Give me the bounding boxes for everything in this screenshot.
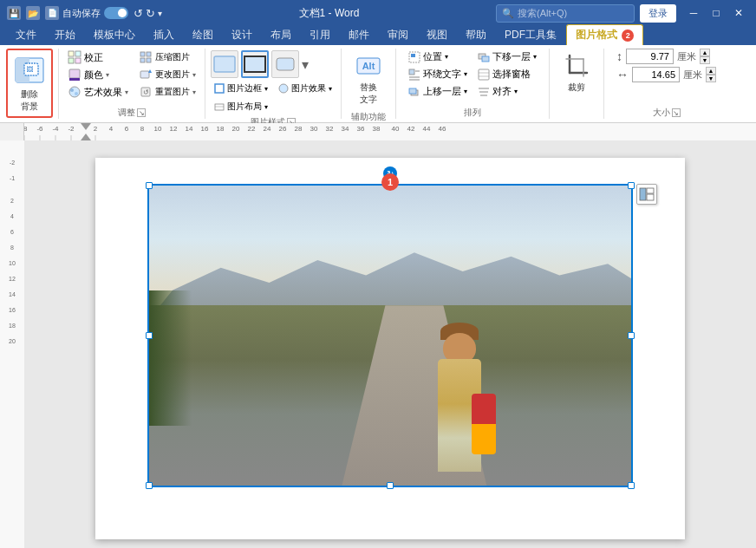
crop-icon: [563, 52, 590, 80]
restore-button[interactable]: □: [706, 5, 727, 21]
svg-rect-7: [75, 58, 81, 63]
select-pane-button[interactable]: 选择窗格: [474, 66, 540, 82]
tab-draw[interactable]: 绘图: [184, 25, 222, 45]
style-thumb-3[interactable]: [271, 50, 299, 78]
ribbon-tabs: 文件 开始 模板中心 插入 绘图 设计 布局 引用 邮件 审阅 视图 帮助 PD…: [0, 26, 756, 45]
svg-text:28: 28: [295, 125, 303, 133]
svg-point-25: [279, 84, 288, 93]
tab-layout[interactable]: 布局: [262, 25, 300, 45]
compress-button[interactable]: 压缩图片: [135, 49, 199, 66]
size-group-label: 大小 ↘: [653, 105, 681, 119]
picture-effects-button[interactable]: 图片效果▾: [275, 81, 336, 96]
color-button[interactable]: 颜色 ▾: [64, 66, 132, 83]
svg-rect-31: [411, 54, 415, 57]
tab-badge: 2: [622, 29, 634, 42]
svg-text:36: 36: [357, 125, 365, 133]
accessibility-content: Alt 替换文字: [347, 49, 390, 109]
close-button[interactable]: ✕: [728, 5, 749, 21]
autosave-label: 自动保存: [62, 7, 101, 20]
minimize-button[interactable]: ─: [683, 5, 704, 21]
send-backward-button[interactable]: 下移一层 ▾: [474, 49, 540, 65]
horizontal-ruler: -8 -6 -4 -2 2 4 6 8 10 12 14 16 18 20 22…: [24, 123, 756, 140]
tab-reference[interactable]: 引用: [301, 25, 339, 45]
svg-text:24: 24: [264, 125, 271, 133]
align-button[interactable]: 对齐 ▾: [474, 83, 540, 100]
height-up[interactable]: ▲: [700, 49, 710, 56]
art-effects-button[interactable]: 艺术效果 ▾: [64, 83, 132, 101]
tab-template[interactable]: 模板中心: [85, 25, 144, 45]
color-arrow: ▾: [106, 71, 109, 79]
bring-forward-button[interactable]: 上移一层 ▾: [405, 83, 471, 100]
art-effects-icon: [68, 85, 81, 99]
size-content: ↕ 厘米 ▲ ▼ ↔ 厘米 ▲ ▼: [609, 49, 723, 105]
tab-insert[interactable]: 插入: [145, 25, 183, 45]
adjust-expand[interactable]: ↘: [137, 108, 146, 117]
size-expand[interactable]: ↘: [672, 108, 681, 117]
remove-bg-label: 删除背景: [21, 88, 38, 113]
height-input[interactable]: [626, 49, 674, 64]
svg-rect-97: [640, 188, 646, 200]
wrap-text-button[interactable]: 环绕文字 ▾: [405, 66, 471, 82]
vertical-ruler: -2 -1 2 4 6 8 10 12 14 16 18 20: [0, 140, 24, 548]
picture-border-button[interactable]: 图片边框▾: [211, 81, 271, 96]
layout-options-icon[interactable]: [636, 184, 657, 205]
redo-button[interactable]: ↻: [146, 7, 155, 20]
autosave-toggle: 自动保存: [62, 7, 128, 20]
indent-marker-bottom[interactable]: [81, 134, 91, 140]
width-input[interactable]: [632, 67, 680, 82]
svg-rect-15: [140, 58, 145, 62]
tab-file[interactable]: 文件: [7, 25, 45, 45]
svg-text:10: 10: [9, 260, 16, 266]
position-button[interactable]: 位置 ▾: [405, 49, 471, 65]
picture-layout-button[interactable]: 图片布局▾: [211, 99, 271, 114]
tab-home[interactable]: 开始: [46, 25, 84, 45]
crop-button[interactable]: 裁剪: [555, 49, 598, 97]
autosave-switch[interactable]: [104, 7, 128, 19]
change-picture-button[interactable]: 更改图片 ▾: [135, 66, 199, 83]
svg-rect-17: [140, 71, 149, 78]
tab-mail[interactable]: 邮件: [340, 25, 378, 45]
svg-text:18: 18: [9, 323, 16, 329]
tab-view[interactable]: 视图: [418, 25, 456, 45]
svg-text:26: 26: [279, 125, 287, 133]
undo-button[interactable]: ↺: [134, 7, 143, 20]
svg-point-11: [70, 88, 74, 92]
remove-bg-content: 🖼 删除背景: [6, 49, 53, 119]
style-thumb-2[interactable]: [241, 50, 269, 78]
width-up[interactable]: ▲: [706, 67, 716, 75]
document-image[interactable]: [147, 184, 633, 487]
svg-text:-2: -2: [10, 160, 15, 166]
svg-text:14: 14: [186, 125, 193, 133]
login-button[interactable]: 登录: [640, 4, 676, 23]
save-icon[interactable]: 💾: [7, 6, 21, 20]
tab-picture-format[interactable]: 图片格式 2: [566, 24, 643, 45]
style-thumb-1[interactable]: [211, 50, 238, 78]
color-icon: [68, 68, 81, 82]
accessibility-group-label: 辅助功能: [351, 109, 386, 123]
svg-text:38: 38: [373, 125, 381, 133]
styles-expand-arrow[interactable]: ▾: [302, 56, 309, 73]
indent-marker-top[interactable]: [81, 123, 91, 130]
tab-design[interactable]: 设计: [223, 25, 261, 45]
reset-picture-arrow: ▾: [192, 88, 196, 96]
open-icon[interactable]: 📂: [26, 6, 40, 20]
reset-picture-button[interactable]: ↺ 重置图片 ▾: [135, 83, 199, 101]
tab-pdf-tools[interactable]: PDF工具集: [496, 25, 565, 45]
remove-background-button[interactable]: 🖼 删除背景: [6, 49, 53, 118]
tab-review[interactable]: 审阅: [379, 25, 417, 45]
tab-help[interactable]: 帮助: [457, 25, 495, 45]
svg-rect-98: [647, 188, 654, 193]
reset-picture-label: 重置图片: [155, 86, 190, 98]
alt-text-icon: Alt: [355, 52, 382, 80]
corrections-button[interactable]: 校正: [64, 49, 132, 66]
new-icon[interactable]: 📄: [45, 6, 59, 20]
alt-text-button[interactable]: Alt 替换文字: [347, 49, 390, 109]
customize-qat[interactable]: ▾: [158, 9, 162, 18]
svg-text:40: 40: [392, 125, 400, 133]
svg-point-10: [69, 87, 80, 97]
ruler-corner[interactable]: [0, 123, 24, 140]
height-down[interactable]: ▼: [700, 56, 710, 64]
search-box[interactable]: 🔍 搜索(Alt+Q): [496, 4, 635, 23]
ribbon-group-adjust: 校正 颜色 ▾ 艺术效果 ▾: [59, 49, 205, 119]
width-down[interactable]: ▼: [706, 75, 716, 82]
